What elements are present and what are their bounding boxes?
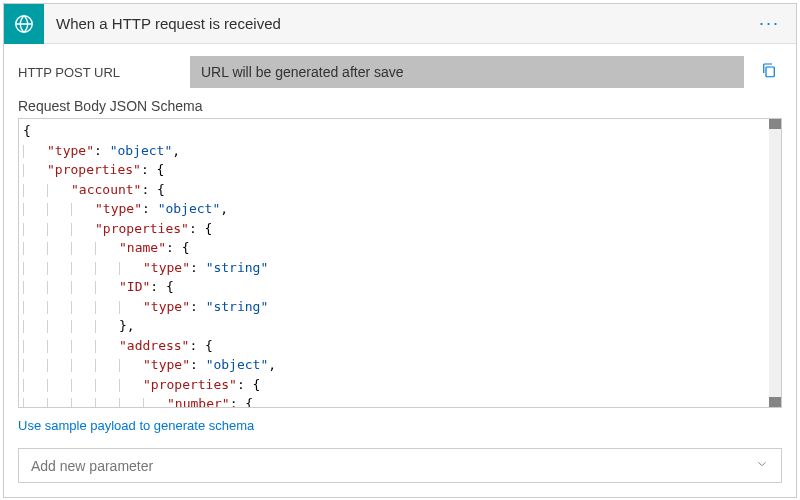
code-line: "properties": {	[23, 219, 777, 239]
code-line: "properties": {	[23, 375, 777, 395]
http-trigger-icon	[4, 4, 44, 44]
more-button[interactable]: ···	[751, 9, 788, 38]
card-body: HTTP POST URL URL will be generated afte…	[4, 44, 796, 497]
post-url-label: HTTP POST URL	[18, 65, 178, 80]
card-header[interactable]: When a HTTP request is received ···	[4, 4, 796, 44]
trigger-card: When a HTTP request is received ··· HTTP…	[3, 3, 797, 498]
code-line: "address": {	[23, 336, 777, 356]
code-line: "properties": {	[23, 160, 777, 180]
code-line: "type": "string"	[23, 297, 777, 317]
code-line: "number": {	[23, 394, 777, 408]
post-url-value: URL will be generated after save	[190, 56, 744, 88]
card-title: When a HTTP request is received	[44, 15, 751, 32]
code-line: {	[23, 121, 777, 141]
post-url-row: HTTP POST URL URL will be generated afte…	[18, 56, 782, 88]
code-line: "type": "object",	[23, 199, 777, 219]
code-line: "ID": {	[23, 277, 777, 297]
code-line: },	[23, 316, 777, 336]
schema-editor[interactable]: {"type": "object","properties": {"accoun…	[18, 118, 782, 408]
scrollbar[interactable]	[769, 119, 781, 407]
copy-icon[interactable]	[756, 57, 782, 87]
code-line: "type": "object",	[23, 141, 777, 161]
chevron-down-icon	[755, 457, 769, 474]
code-line: "account": {	[23, 180, 777, 200]
schema-label: Request Body JSON Schema	[18, 98, 782, 114]
add-parameter-dropdown[interactable]: Add new parameter	[18, 448, 782, 483]
svg-rect-1	[766, 67, 774, 77]
code-line: "type": "object",	[23, 355, 777, 375]
scrollbar-thumb[interactable]	[769, 119, 781, 129]
scrollbar-thumb[interactable]	[769, 397, 781, 407]
code-line: "name": {	[23, 238, 777, 258]
add-parameter-placeholder: Add new parameter	[31, 458, 153, 474]
use-sample-payload-link[interactable]: Use sample payload to generate schema	[18, 418, 254, 433]
code-line: "type": "string"	[23, 258, 777, 278]
